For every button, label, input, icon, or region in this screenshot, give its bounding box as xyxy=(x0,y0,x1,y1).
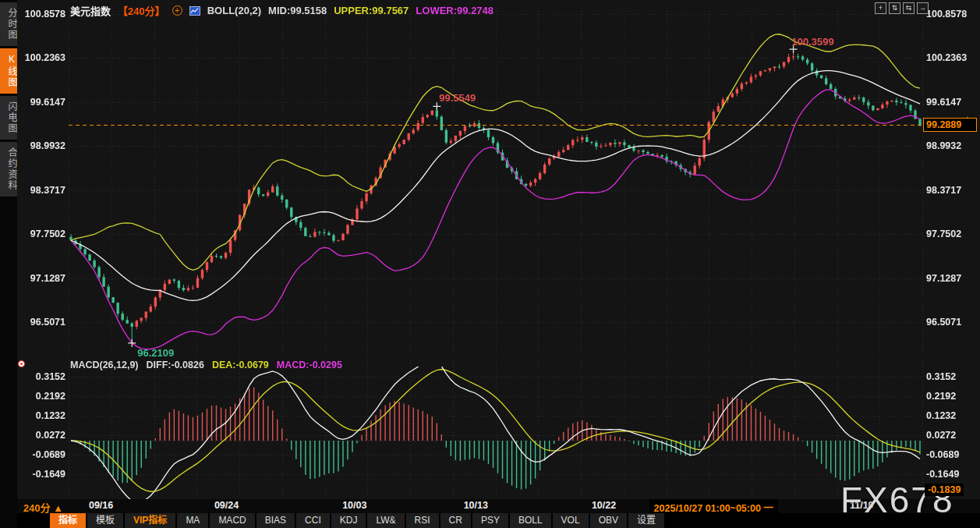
target-icon[interactable] xyxy=(18,360,25,367)
price-axis-label-right: 96.5071 xyxy=(926,316,961,328)
xaxis-tick-label: 10/03 xyxy=(342,500,366,511)
price-axis-label-left: 99.6147 xyxy=(22,96,65,108)
indicator-toolbar: 指标模板VIP指标MAMACDBIASCCIKDJLW&RSICRPSYBOLL… xyxy=(17,513,980,528)
macd-hist-value: MACD:-0.0295 xyxy=(277,360,342,370)
xaxis-tick-label: 09/24 xyxy=(214,500,239,511)
toolbar-button-PSY[interactable]: PSY xyxy=(472,513,508,528)
kline-macd-chart-canvas[interactable] xyxy=(0,0,980,528)
toolbar-button-BIAS[interactable]: BIAS xyxy=(256,513,295,528)
macd-axis-label-left: 0.1232 xyxy=(22,409,65,422)
sidebar-tab-item[interactable]: 分时图 xyxy=(0,2,17,46)
toolbar-button-VIP指标[interactable]: VIP指标 xyxy=(125,513,175,528)
sidebar-tab-active[interactable]: K线图 xyxy=(0,48,17,94)
macd-axis-label-left: -0.1649 xyxy=(22,468,65,480)
chart-header: 美元指数 【240分】 + BOLL(20,2) MID:99.5158 UPP… xyxy=(70,3,494,18)
macd-header: MACD(26,12,9) DIFF:-0.0826 DEA:-0.0679 M… xyxy=(70,360,342,370)
horizontal-scale-icon[interactable]: ⇆ xyxy=(903,2,915,14)
pan-right-icon[interactable]: → xyxy=(917,2,929,14)
price-axis-label-right: 100.8578 xyxy=(926,8,967,20)
toolbar-button-CR[interactable]: CR xyxy=(440,513,471,528)
period-label: 【240分】 xyxy=(118,3,165,18)
boll-mid-value: MID:99.5158 xyxy=(268,5,327,16)
toolbar-button-RSI[interactable]: RSI xyxy=(406,513,439,528)
price-axis-label-right: 99.6147 xyxy=(926,96,961,108)
xaxis-tick-label: 10/13 xyxy=(464,500,488,511)
symbol-title: 美元指数 xyxy=(70,3,111,18)
boll-params-label: BOLL(20,2) xyxy=(207,5,261,16)
toolbar-button-MA[interactable]: MA xyxy=(177,513,208,528)
price-axis-label-left: 100.2363 xyxy=(22,51,65,64)
price-axis-label-right: 98.3717 xyxy=(926,184,961,197)
macd-params-label: MACD(26,12,9) xyxy=(70,360,139,370)
sidebar-tab-item[interactable]: 合约资料 xyxy=(0,142,17,197)
price-axis-label-right: 98.9932 xyxy=(926,140,961,152)
toolbar-button-MACD[interactable]: MACD xyxy=(210,513,254,528)
price-axis-label-right: 97.1287 xyxy=(926,272,961,285)
toolbar-button-KDJ[interactable]: KDJ xyxy=(331,513,366,528)
macd-axis-label-right: 0.3152 xyxy=(926,370,956,383)
price-axis-label-left: 98.9932 xyxy=(22,140,65,152)
toolbar-button-LW&[interactable]: LW& xyxy=(367,513,404,528)
add-indicator-icon[interactable]: + xyxy=(172,5,182,16)
price-annotation: 100.3599 xyxy=(792,36,834,48)
price-axis-label-left: 96.5071 xyxy=(22,316,65,328)
price-axis-label-left: 98.3717 xyxy=(22,184,65,197)
macd-dea-value: DEA:-0.0679 xyxy=(212,360,269,370)
price-axis-label-right: 100.2363 xyxy=(926,51,967,64)
toolbar-button-CCI[interactable]: CCI xyxy=(296,513,330,528)
toolbar-button-BOLL[interactable]: BOLL xyxy=(510,513,551,528)
toolbar-button-OBV[interactable]: OBV xyxy=(590,513,627,528)
chart-type-sidebar: 分时图K线图闪电图合约资料 xyxy=(0,0,17,528)
trading-app-window: 分时图K线图闪电图合约资料 美元指数 【240分】 + BOLL(20,2) M… xyxy=(0,0,980,528)
xaxis-tick-label: 10/22 xyxy=(592,500,616,511)
price-axis-label-left: 97.1287 xyxy=(22,272,65,285)
current-price-readout: 99.2889 xyxy=(923,118,977,132)
toolbar-button-模板[interactable]: 模板 xyxy=(87,513,123,528)
xaxis-row xyxy=(17,499,980,513)
toolbar-button-设置[interactable]: 设置 xyxy=(628,513,664,528)
price-axis-label-left: 100.8578 xyxy=(22,8,65,20)
window-controls: +⇅⇆→ xyxy=(875,2,929,14)
macd-axis-label-right: 0.1232 xyxy=(926,409,956,422)
toolbar-button-指标[interactable]: 指标 xyxy=(50,513,86,528)
price-annotation: 99.5549 xyxy=(439,92,476,104)
macd-diff-value: DIFF:-0.0826 xyxy=(147,360,204,370)
price-axis-label-right: 97.7502 xyxy=(926,228,961,240)
macd-axis-label-left: 0.3152 xyxy=(22,370,65,383)
sidebar-tab-item[interactable]: 闪电图 xyxy=(0,96,17,140)
crosshair-icon[interactable]: + xyxy=(875,2,886,14)
toolbar-button-VOL[interactable]: VOL xyxy=(553,513,589,528)
macd-axis-label-right: 0.0272 xyxy=(926,429,956,441)
macd-axis-label-right: -0.0689 xyxy=(926,448,959,461)
price-axis-label-left: 97.7502 xyxy=(22,228,65,240)
xaxis-tick-label: 09/16 xyxy=(89,500,113,511)
vertical-scale-icon[interactable]: ⇅ xyxy=(889,2,900,14)
macd-axis-label-right: 0.2192 xyxy=(926,390,956,402)
macd-current-value-readout: -0.1839 xyxy=(925,484,964,496)
macd-axis-label-left: 0.0272 xyxy=(22,429,65,441)
macd-axis-label-left: -0.0689 xyxy=(22,448,65,461)
macd-axis-label-left: 0.2192 xyxy=(22,390,65,402)
price-annotation: 96.2109 xyxy=(137,347,174,359)
kline-chart-icon xyxy=(189,6,200,16)
boll-lower-value: LOWER:99.2748 xyxy=(416,5,494,16)
boll-upper-value: UPPER:99.7567 xyxy=(334,5,409,16)
